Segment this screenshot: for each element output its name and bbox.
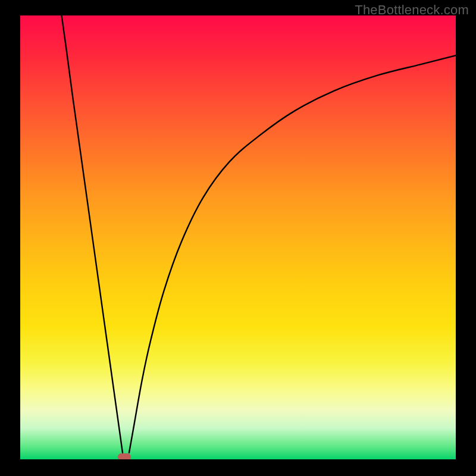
plot-area: [20, 15, 456, 459]
optimum-marker-layer: [20, 15, 456, 459]
watermark-text: TheBottleneck.com: [355, 2, 469, 18]
optimum-marker: [118, 453, 131, 459]
chart-frame: TheBottleneck.com: [0, 0, 476, 476]
